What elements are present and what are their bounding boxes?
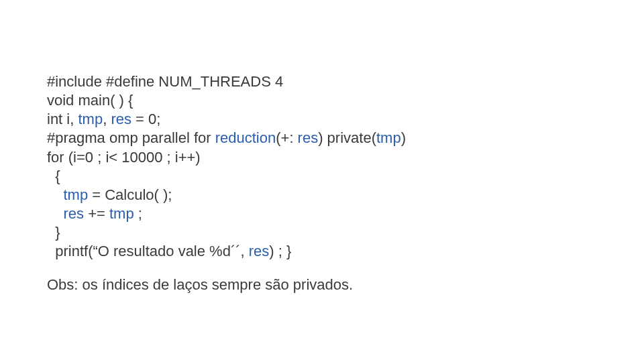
code-highlight-res: res bbox=[298, 129, 319, 146]
code-text: , bbox=[103, 111, 111, 127]
code-text: } bbox=[47, 224, 60, 241]
code-text: = Calculo( ); bbox=[88, 186, 172, 203]
code-line-5: for (i=0 ; i< 10000 ; i++) bbox=[47, 148, 644, 167]
code-text: printf(“O resultado vale %d´´, bbox=[47, 243, 249, 259]
code-line-9: } bbox=[47, 223, 644, 242]
code-text: void main( ) { bbox=[47, 92, 133, 109]
code-highlight-tmp: tmp bbox=[109, 205, 134, 222]
code-text: ; bbox=[134, 205, 142, 222]
code-line-8: res += tmp ; bbox=[47, 204, 644, 223]
observation-note: Obs: os índices de laços sempre são priv… bbox=[47, 276, 644, 294]
code-line-10: printf(“O resultado vale %d´´, res) ; } bbox=[47, 242, 644, 261]
code-line-2: void main( ) { bbox=[47, 91, 644, 110]
code-text: (+: bbox=[276, 129, 297, 146]
code-text: ) bbox=[401, 129, 406, 146]
slide: #include #define NUM_THREADS 4 void main… bbox=[0, 0, 644, 362]
code-line-7: tmp = Calculo( ); bbox=[47, 186, 644, 204]
code-highlight-tmp: tmp bbox=[78, 111, 103, 127]
code-text: ) ; } bbox=[269, 243, 291, 259]
code-line-3: int i, tmp, res = 0; bbox=[47, 110, 644, 129]
code-text bbox=[47, 186, 63, 203]
code-highlight-reduction: reduction bbox=[215, 129, 276, 146]
code-text: for (i=0 ; i< 10000 ; i++) bbox=[47, 149, 201, 166]
code-text: #include #define NUM_THREADS 4 bbox=[47, 73, 283, 90]
code-highlight-tmp: tmp bbox=[376, 129, 401, 146]
code-text: = 0; bbox=[131, 111, 160, 127]
code-text bbox=[47, 205, 63, 222]
code-highlight-tmp: tmp bbox=[63, 186, 88, 203]
code-line-6: { bbox=[47, 167, 644, 186]
code-text: int i, bbox=[47, 111, 78, 127]
code-text: ) private( bbox=[318, 129, 376, 146]
code-text: { bbox=[47, 168, 60, 184]
code-text: #pragma omp parallel for bbox=[47, 129, 215, 146]
code-line-1: #include #define NUM_THREADS 4 bbox=[47, 72, 644, 91]
code-line-4: #pragma omp parallel for reduction(+: re… bbox=[47, 129, 644, 147]
code-block: #include #define NUM_THREADS 4 void main… bbox=[47, 72, 644, 261]
code-highlight-res: res bbox=[63, 205, 84, 222]
code-highlight-res: res bbox=[111, 111, 131, 127]
code-text: += bbox=[84, 205, 109, 222]
code-highlight-res: res bbox=[249, 243, 270, 259]
